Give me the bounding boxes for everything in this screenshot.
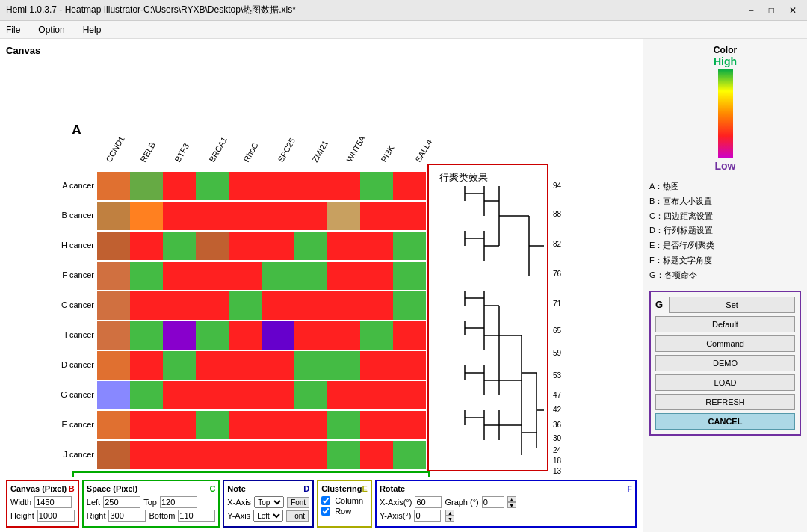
svg-rect-82 <box>163 351 196 380</box>
svg-rect-119 <box>393 441 426 469</box>
svg-rect-55 <box>262 262 294 290</box>
menu-help[interactable]: Help <box>80 23 105 37</box>
minimize-button[interactable]: − <box>744 4 758 17</box>
svg-rect-32 <box>163 202 196 230</box>
svg-rect-71 <box>130 321 163 350</box>
top-input[interactable] <box>160 496 197 508</box>
default-button[interactable]: Default <box>655 316 795 332</box>
close-button[interactable]: ✕ <box>785 4 801 17</box>
panel-e: Clustering E Column Row <box>317 480 372 528</box>
svg-text:82: 82 <box>553 240 562 248</box>
svg-rect-41 <box>130 232 163 260</box>
left-top-row: Left Top <box>87 496 216 508</box>
svg-rect-104 <box>229 411 262 439</box>
command-button[interactable]: Command <box>655 335 795 352</box>
demo-button[interactable]: DEMO <box>655 355 795 371</box>
svg-text:65: 65 <box>553 327 562 335</box>
panel-e-label: E <box>362 484 368 495</box>
svg-rect-37 <box>327 202 360 230</box>
panel-b-label: B <box>69 484 75 495</box>
svg-text:53: 53 <box>553 371 562 380</box>
menu-option[interactable]: Option <box>35 23 67 37</box>
canvas-area: Canvas A CCND1 RELB BTF3 BRCA1 RhoC SPC2… <box>0 39 643 532</box>
right-input[interactable] <box>108 510 146 522</box>
svg-rect-24 <box>229 172 262 200</box>
yaxis-row: Y-Axis Left Right Font <box>227 510 309 522</box>
maximize-button[interactable]: □ <box>764 4 779 17</box>
width-input[interactable] <box>34 496 72 508</box>
refresh-button[interactable]: REFRESH <box>655 394 795 410</box>
svg-rect-88 <box>360 351 393 380</box>
svg-rect-45 <box>262 232 294 260</box>
yaxis-pos-select[interactable]: Left Right <box>253 510 283 522</box>
svg-text:24: 24 <box>553 446 562 454</box>
xaxis-rotate-input[interactable] <box>415 496 442 508</box>
graph-rotate-input[interactable] <box>482 496 504 508</box>
svg-rect-58 <box>360 262 393 290</box>
yaxis-down-button[interactable]: ▼ <box>445 516 454 522</box>
svg-rect-105 <box>262 411 294 439</box>
yaxis-up-button[interactable]: ▲ <box>445 510 454 516</box>
svg-rect-77 <box>327 321 360 350</box>
svg-rect-40 <box>97 232 130 260</box>
main-layout: Canvas A CCND1 RELB BTF3 BRCA1 RhoC SPC2… <box>0 39 807 532</box>
svg-text:30: 30 <box>553 434 562 442</box>
set-button[interactable]: Set <box>669 297 795 313</box>
height-input[interactable] <box>37 510 75 522</box>
panel-c-title: Space (Pixel) <box>87 484 137 493</box>
svg-rect-28 <box>360 172 393 200</box>
svg-rect-111 <box>130 441 163 469</box>
graph-up-button[interactable]: ▲ <box>507 496 516 502</box>
svg-text:WNT5A: WNT5A <box>344 134 367 164</box>
yaxis-rotate-input[interactable] <box>414 510 441 522</box>
legend-items: A：热图 B：画布大小设置 C：四边距离设置 D：行列标题设置 E：是否行/列聚… <box>649 179 801 283</box>
legend-item-e: E：是否行/列聚类 <box>649 238 801 253</box>
legend-item-d: D：行列标题设置 <box>649 223 801 238</box>
svg-rect-106 <box>294 411 327 439</box>
svg-rect-113 <box>196 441 229 469</box>
svg-rect-25 <box>262 172 294 200</box>
svg-text:I cancer: I cancer <box>65 330 94 339</box>
left-input[interactable] <box>103 496 140 508</box>
svg-rect-34 <box>229 202 262 230</box>
svg-rect-49 <box>393 232 426 260</box>
svg-rect-117 <box>327 441 360 469</box>
svg-rect-57 <box>327 262 360 290</box>
svg-rect-27 <box>327 172 360 200</box>
svg-text:36: 36 <box>553 421 562 429</box>
svg-rect-72 <box>163 321 196 350</box>
svg-rect-54 <box>229 262 262 290</box>
svg-rect-93 <box>196 381 229 409</box>
svg-text:SPC25: SPC25 <box>276 137 297 164</box>
row-cluster-checkbox[interactable] <box>321 507 330 516</box>
panel-b: Canvas (Pixel) B Width Height <box>6 480 79 528</box>
svg-text:47: 47 <box>553 391 562 399</box>
svg-rect-95 <box>262 381 294 409</box>
g-panel: G Set Default Command DEMO LOAD REFRESH … <box>649 291 801 436</box>
svg-rect-35 <box>262 202 294 230</box>
load-button[interactable]: LOAD <box>655 374 795 391</box>
svg-text:行聚类效果: 行聚类效果 <box>439 172 488 183</box>
titlebar: Heml 1.0.3.7 - Heatmap Illustrator-C:\Us… <box>0 0 807 21</box>
xaxis-pos-select[interactable]: Top Bottom <box>254 496 284 508</box>
g-section-label: G <box>655 299 663 310</box>
svg-rect-26 <box>294 172 327 200</box>
xaxis-font-button[interactable]: Font <box>287 497 309 508</box>
column-cluster-checkbox[interactable] <box>321 496 330 505</box>
menu-file[interactable]: File <box>3 23 23 37</box>
column-cluster-row: Column <box>321 496 368 505</box>
svg-text:PI3K: PI3K <box>379 143 396 164</box>
svg-rect-39 <box>393 202 426 230</box>
svg-text:C cancer: C cancer <box>61 300 94 309</box>
panel-f-title: Rotate <box>380 484 405 493</box>
svg-rect-101 <box>130 411 163 439</box>
graph-down-button[interactable]: ▼ <box>507 502 516 508</box>
yaxis-font-button[interactable]: Font <box>286 510 309 522</box>
svg-rect-29 <box>393 172 426 200</box>
svg-rect-65 <box>262 291 294 320</box>
svg-rect-90 <box>97 381 130 409</box>
yaxis-rotate-row: Y-Axis(°) ▲ ▼ <box>380 510 632 522</box>
cancel-button[interactable]: CANCEL <box>655 413 795 430</box>
svg-rect-99 <box>393 381 426 409</box>
bottom-input[interactable] <box>178 510 215 522</box>
